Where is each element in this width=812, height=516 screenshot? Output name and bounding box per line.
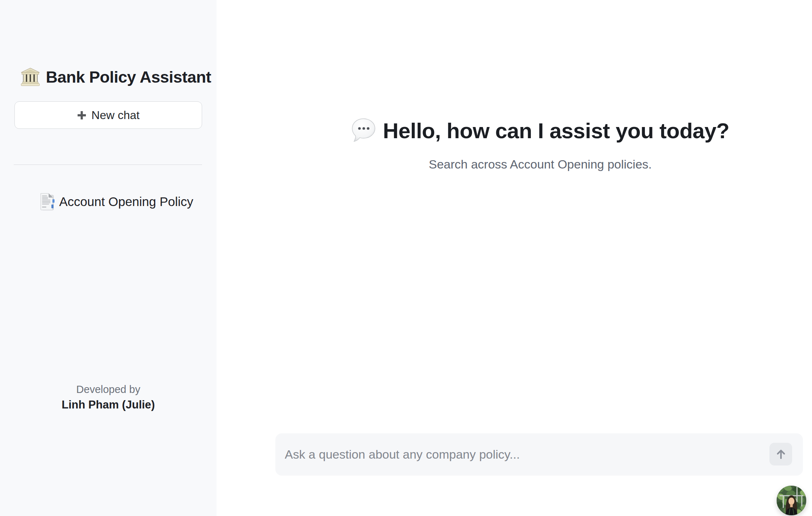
new-chat-label: New chat	[91, 109, 139, 122]
author-name: Linh Pham (Julie)	[0, 398, 217, 411]
speech-balloon-icon	[351, 118, 377, 144]
sidebar-divider	[14, 165, 202, 165]
app-title: Bank Policy Assistant	[20, 67, 211, 87]
greeting-text: Hello, how can I assist you today?	[383, 118, 729, 143]
plus-icon	[77, 110, 87, 120]
send-button[interactable]	[769, 443, 792, 465]
subtitle-text: Search across Account Opening policies.	[269, 156, 812, 172]
sidebar-item-account-opening-policy[interactable]: Account Opening Policy	[39, 191, 193, 212]
sidebar: Bank Policy Assistant New chat	[0, 0, 217, 516]
chat-input[interactable]	[275, 433, 803, 476]
policy-item-label: Account Opening Policy	[59, 194, 193, 209]
developed-by-label: Developed by	[0, 383, 217, 395]
chat-input-container[interactable]	[275, 433, 803, 476]
document-icon	[39, 192, 55, 211]
classical-building-icon	[20, 67, 40, 87]
app-title-text: Bank Policy Assistant	[46, 68, 211, 87]
sidebar-footer: Developed by Linh Pham (Julie)	[0, 383, 217, 411]
user-avatar[interactable]	[777, 486, 806, 515]
new-chat-button[interactable]: New chat	[14, 101, 202, 129]
arrow-up-icon	[775, 448, 787, 460]
profile-photo	[777, 486, 806, 515]
greeting: Hello, how can I assist you today?	[269, 118, 812, 144]
